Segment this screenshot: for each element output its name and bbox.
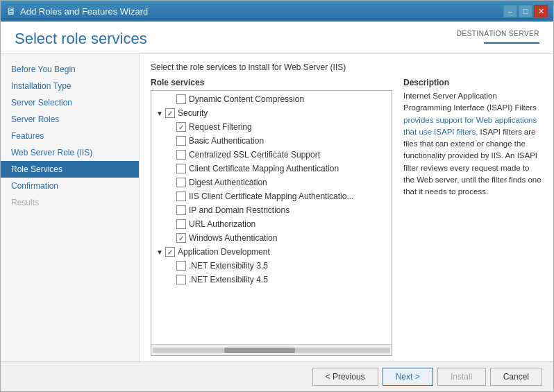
minimize-button[interactable]: –: [503, 5, 517, 17]
instruction-text: Select the role services to install for …: [151, 62, 542, 72]
main-body: Before You BeginInstallation TypeServer …: [1, 54, 553, 361]
titlebar-left: 🖥 Add Roles and Features Wizard: [6, 6, 148, 17]
tree-checkbox[interactable]: ✓: [165, 247, 175, 257]
content: Select the role services to install for …: [140, 54, 553, 361]
page-title: Select role services: [15, 30, 147, 48]
panels: Role services Dynamic Content Compressio…: [151, 78, 542, 356]
tree-item[interactable]: URL Authorization: [151, 217, 392, 231]
tree-item-label: Dynamic Content Compression: [189, 94, 304, 104]
tree-checkbox[interactable]: [176, 205, 186, 215]
tree-item-label: Centralized SSL Certificate Support: [189, 150, 320, 160]
role-services-panel: Role services Dynamic Content Compressio…: [151, 78, 392, 356]
tree-checkbox[interactable]: [176, 275, 186, 284]
sidebar-item-confirmation[interactable]: Confirmation: [1, 178, 139, 194]
close-button[interactable]: ✕: [534, 5, 548, 17]
description-label: Description: [403, 78, 542, 87]
tree-checkbox[interactable]: ✓: [176, 122, 186, 132]
tree-checkbox[interactable]: [176, 178, 186, 187]
sidebar: Before You BeginInstallation TypeServer …: [1, 54, 140, 361]
app-icon: 🖥: [6, 6, 16, 17]
tree-item[interactable]: IIS Client Certificate Mapping Authentic…: [151, 189, 392, 203]
tree-item-label: Request Filtering: [189, 122, 252, 132]
sidebar-item-features[interactable]: Features: [1, 128, 139, 144]
install-button[interactable]: Install: [437, 368, 486, 386]
tree-item-label: URL Authorization: [189, 219, 255, 229]
sidebar-item-installation-type[interactable]: Installation Type: [1, 78, 139, 94]
sidebar-item-server-selection[interactable]: Server Selection: [1, 94, 139, 111]
sidebar-item-before-you-begin[interactable]: Before You Begin: [1, 61, 139, 78]
dest-server-name: [484, 42, 539, 44]
tree-item[interactable]: Client Certificate Mapping Authenticatio…: [151, 162, 392, 176]
tree-expander[interactable]: ▼: [154, 110, 165, 117]
tree-item-label: Digest Authentication: [189, 178, 267, 187]
tree-item[interactable]: .NET Extensibility 4.5: [151, 273, 392, 287]
tree-item[interactable]: Basic Authentication: [151, 134, 392, 148]
scrollbar-track: [153, 348, 390, 353]
tree-item[interactable]: Centralized SSL Certificate Support: [151, 148, 392, 162]
tree-checkbox[interactable]: ✓: [176, 233, 186, 243]
tree-item-label: .NET Extensibility 3.5: [189, 261, 268, 271]
page-header: Select role services DESTINATION SERVER: [1, 22, 553, 54]
tree-item[interactable]: IP and Domain Restrictions: [151, 203, 392, 217]
tree-item-label: Windows Authentication: [189, 233, 277, 243]
tree-item-label: Security: [178, 108, 208, 118]
sidebar-item-server-roles[interactable]: Server Roles: [1, 111, 139, 128]
titlebar: 🖥 Add Roles and Features Wizard – □ ✕: [1, 1, 553, 22]
destination-server: DESTINATION SERVER: [457, 30, 539, 45]
tree-item[interactable]: ✓Windows Authentication: [151, 231, 392, 245]
tree-item[interactable]: Dynamic Content Compression: [151, 92, 392, 106]
tree-checkbox[interactable]: [176, 136, 186, 146]
tree-item[interactable]: ✓Request Filtering: [151, 120, 392, 134]
tree-item-label: .NET Extensibility 4.5: [189, 275, 268, 284]
main-window: 🖥 Add Roles and Features Wizard – □ ✕ Se…: [0, 0, 554, 392]
cancel-button[interactable]: Cancel: [490, 368, 542, 386]
content-area: Select role services DESTINATION SERVER …: [1, 22, 553, 391]
tree-checkbox[interactable]: [176, 219, 186, 229]
sidebar-item-role-services[interactable]: Role Services: [1, 161, 139, 178]
tree-scroll[interactable]: Dynamic Content Compression▼✓Security✓Re…: [151, 91, 392, 344]
tree-item-label: Client Certificate Mapping Authenticatio…: [189, 164, 339, 173]
description-panel: Description Internet Server Application …: [403, 78, 542, 356]
tree-checkbox[interactable]: [176, 150, 186, 160]
titlebar-buttons: – □ ✕: [503, 5, 548, 17]
tree-item-label: Application Development: [178, 247, 270, 257]
dest-server-label: DESTINATION SERVER: [457, 30, 539, 37]
sidebar-item-web-server-role[interactable]: Web Server Role (IIS): [1, 144, 139, 161]
window-title: Add Roles and Features Wizard: [20, 6, 148, 17]
tree-expander[interactable]: ▼: [154, 248, 165, 256]
scrollbar-thumb: [224, 348, 296, 353]
tree-container: Dynamic Content Compression▼✓Security✓Re…: [151, 90, 392, 356]
tree-item[interactable]: ▼✓Application Development: [151, 245, 392, 259]
tree-checkbox[interactable]: ✓: [165, 108, 175, 118]
footer: < Previous Next > Install Cancel: [1, 361, 553, 391]
maximize-button[interactable]: □: [519, 5, 532, 17]
tree-item[interactable]: .NET Extensibility 3.5: [151, 259, 392, 273]
content-inner: Select the role services to install for …: [140, 54, 553, 361]
tree-item-label: IP and Domain Restrictions: [189, 205, 289, 215]
previous-button[interactable]: < Previous: [312, 368, 378, 386]
tree-item-label: Basic Authentication: [189, 136, 264, 146]
tree-item[interactable]: Digest Authentication: [151, 176, 392, 189]
role-services-label: Role services: [151, 78, 392, 87]
next-button[interactable]: Next >: [383, 368, 433, 386]
tree-checkbox[interactable]: [176, 261, 186, 271]
tree-checkbox[interactable]: [176, 94, 186, 104]
tree-item[interactable]: ▼✓Security: [151, 106, 392, 120]
sidebar-item-results: Results: [1, 194, 139, 211]
tree-item-label: IIS Client Certificate Mapping Authentic…: [189, 191, 353, 201]
tree-checkbox[interactable]: [176, 191, 186, 201]
tree-checkbox[interactable]: [176, 164, 186, 173]
horizontal-scrollbar[interactable]: [151, 344, 392, 355]
description-text: Internet Server Application Programming …: [403, 90, 542, 198]
